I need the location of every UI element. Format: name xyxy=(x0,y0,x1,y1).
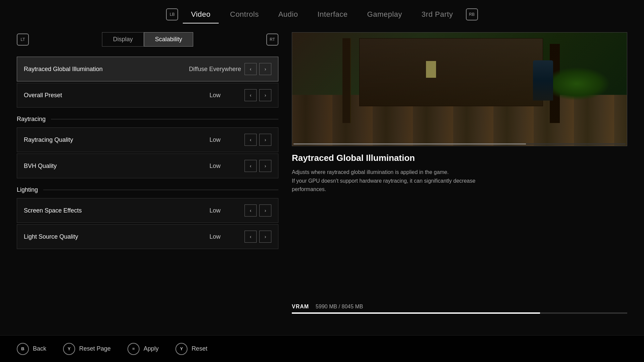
main-layout: LT Display Scalability RT Raytraced Glob… xyxy=(0,25,644,320)
section-header-lighting: Lighting xyxy=(17,186,278,193)
section-divider-lighting xyxy=(43,190,278,190)
setting-name-raytracing-quality: Raytracing Quality xyxy=(24,136,73,143)
setting-value-screen-space-effects: Low xyxy=(188,207,242,214)
info-title: Raytraced Global Illumination xyxy=(292,153,627,163)
setting-next-raytracing-quality[interactable]: › xyxy=(259,134,271,146)
setting-next-screen-space-effects[interactable]: › xyxy=(259,204,271,217)
apply-icon: ≡ xyxy=(127,343,140,355)
setting-control-raytracing-quality: Low ‹ › xyxy=(188,134,271,146)
vram-label: VRAM xyxy=(292,304,309,310)
vram-bar-container xyxy=(292,312,627,314)
setting-name-bvh-quality: BVH Quality xyxy=(24,163,57,170)
setting-value-light-source-quality: Low xyxy=(188,233,242,240)
preview-image xyxy=(292,32,627,146)
tab-gameplay[interactable]: Gameplay xyxy=(359,7,410,22)
action-back[interactable]: B Back xyxy=(17,343,46,355)
apply-label: Apply xyxy=(144,345,159,352)
section-header-raytracing: Raytracing xyxy=(17,116,278,123)
vram-bar-fill xyxy=(292,312,540,314)
settings-list: Raytraced Global Illumination Diffuse Ev… xyxy=(17,57,278,249)
scene-progress-bar xyxy=(293,143,626,144)
tab-3rdparty[interactable]: 3rd Party xyxy=(414,7,461,22)
subtab-scalability[interactable]: Scalability xyxy=(144,32,193,47)
setting-value-raytracing-quality: Low xyxy=(188,136,242,143)
section-divider-raytracing xyxy=(51,119,278,119)
setting-row-raytracing-quality[interactable]: Raytracing Quality Low ‹ › xyxy=(17,127,278,152)
setting-next-overall-preset[interactable]: › xyxy=(259,89,271,101)
right-panel: Raytraced Global Illumination Adjusts wh… xyxy=(278,32,627,314)
setting-control-bvh-quality: Low ‹ › xyxy=(188,160,271,172)
setting-prev-screen-space-effects[interactable]: ‹ xyxy=(245,204,257,217)
left-bumper-nav[interactable]: LB xyxy=(166,8,178,20)
setting-value-raytraced-gi: Diffuse Everywhere xyxy=(188,66,242,73)
setting-name-screen-space-effects: Screen Space Effects xyxy=(24,207,82,214)
left-bumper-subtab[interactable]: LT xyxy=(17,34,29,46)
setting-prev-raytraced-gi[interactable]: ‹ xyxy=(245,63,257,75)
section-title-raytracing: Raytracing xyxy=(17,116,46,123)
scene-overlay xyxy=(292,33,627,146)
scene-progress-fill xyxy=(293,143,526,144)
setting-row-screen-space-effects[interactable]: Screen Space Effects Low ‹ › xyxy=(17,198,278,223)
setting-control-overall-preset: Low ‹ › xyxy=(188,89,271,101)
setting-row-bvh-quality[interactable]: BVH Quality Low ‹ › xyxy=(17,154,278,178)
setting-control-raytraced-gi: Diffuse Everywhere ‹ › xyxy=(188,63,271,75)
vram-row: VRAM 5990 MB / 8045 MB xyxy=(292,304,627,310)
setting-name-overall-preset: Overall Preset xyxy=(24,92,62,99)
subtab-display[interactable]: Display xyxy=(102,32,144,47)
setting-name-light-source-quality: Light Source Quality xyxy=(24,233,78,240)
setting-next-bvh-quality[interactable]: › xyxy=(259,160,271,172)
setting-prev-light-source-quality[interactable]: ‹ xyxy=(245,231,257,243)
setting-prev-overall-preset[interactable]: ‹ xyxy=(245,89,257,101)
reset-label: Reset xyxy=(192,345,207,352)
setting-prev-raytracing-quality[interactable]: ‹ xyxy=(245,134,257,146)
right-bumper-nav[interactable]: RB xyxy=(466,8,478,20)
action-reset[interactable]: Y Reset xyxy=(175,343,207,355)
setting-row-overall-preset[interactable]: Overall Preset Low ‹ › xyxy=(17,83,278,108)
setting-control-screen-space-effects: Low ‹ › xyxy=(188,204,271,217)
action-reset-page[interactable]: Y Reset Page xyxy=(63,343,111,355)
setting-value-overall-preset: Low xyxy=(188,92,242,99)
left-panel: LT Display Scalability RT Raytraced Glob… xyxy=(17,32,278,314)
info-description: Adjusts where raytraced global illuminat… xyxy=(292,168,627,194)
tab-controls[interactable]: Controls xyxy=(222,7,267,22)
setting-prev-bvh-quality[interactable]: ‹ xyxy=(245,160,257,172)
setting-next-raytraced-gi[interactable]: › xyxy=(259,63,271,75)
right-bumper-subtab[interactable]: RT xyxy=(266,34,278,46)
bottom-bar: B Back Y Reset Page ≡ Apply Y Reset xyxy=(0,335,644,362)
vram-section: VRAM 5990 MB / 8045 MB xyxy=(292,304,627,314)
reset-icon: Y xyxy=(175,343,187,355)
vram-value: 5990 MB / 8045 MB xyxy=(316,304,363,310)
sub-tabs: LT Display Scalability RT xyxy=(17,32,278,47)
setting-row-raytraced-gi[interactable]: Raytraced Global Illumination Diffuse Ev… xyxy=(17,57,278,81)
action-apply[interactable]: ≡ Apply xyxy=(127,343,159,355)
back-label: Back xyxy=(33,345,46,352)
section-title-lighting: Lighting xyxy=(17,186,38,193)
reset-page-icon: Y xyxy=(63,343,75,355)
setting-name-raytraced-gi: Raytraced Global Illumination xyxy=(24,66,103,73)
tab-interface[interactable]: Interface xyxy=(309,7,356,22)
setting-control-light-source-quality: Low ‹ › xyxy=(188,231,271,243)
setting-next-light-source-quality[interactable]: › xyxy=(259,231,271,243)
setting-row-light-source-quality[interactable]: Light Source Quality Low ‹ › xyxy=(17,224,278,249)
reset-page-label: Reset Page xyxy=(79,345,111,352)
back-icon: B xyxy=(17,343,29,355)
tab-audio[interactable]: Audio xyxy=(270,7,306,22)
top-navigation: LB Video Controls Audio Interface Gamepl… xyxy=(0,0,644,25)
setting-value-bvh-quality: Low xyxy=(188,163,242,170)
tab-video[interactable]: Video xyxy=(183,7,218,22)
